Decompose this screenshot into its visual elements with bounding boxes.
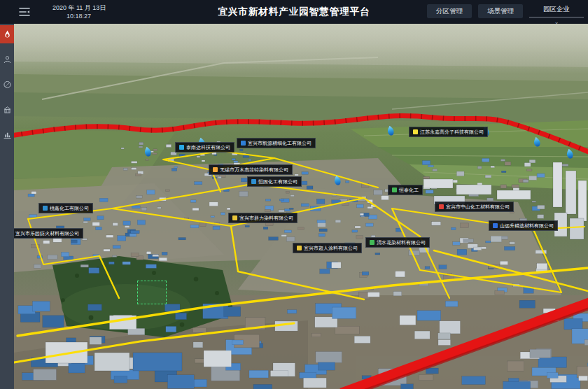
company-label-text: 恒泰化工 — [399, 188, 419, 192]
company-label-text: 桃鑫化工有限公司 — [50, 206, 89, 211]
company-icon — [392, 188, 397, 192]
sidebar-item-gauge[interactable] — [0, 76, 14, 94]
company-icon — [251, 179, 256, 184]
time-text: 10:18:27 — [52, 13, 106, 20]
company-icon — [213, 167, 218, 172]
app-root: 2020 年 11 月 13日 10:18:27 宜兴市新材料产业园智慧管理平台… — [0, 0, 588, 389]
sidebar-item-factory[interactable] — [0, 101, 14, 119]
company-label-text: 恒固化工有限公司 — [258, 179, 298, 184]
top-header: 2020 年 11 月 13日 10:18:27 宜兴市新材料产业园智慧管理平台… — [0, 0, 588, 24]
sidebar-item-stats[interactable] — [0, 126, 14, 144]
company-label[interactable]: 江苏永嘉高分子科技有限公司 — [409, 127, 488, 137]
datetime: 2020 年 11 月 13日 10:18:27 — [52, 4, 106, 20]
header-actions: 分区管理 场景管理 园区企业 ⌄ — [427, 4, 584, 25]
company-label-text: 江苏永嘉高分子科技有限公司 — [420, 129, 484, 134]
menu-button[interactable] — [18, 5, 31, 19]
company-label[interactable]: 桃鑫化工有限公司 — [38, 203, 93, 213]
company-label[interactable]: 泰南达科技有限公司 — [175, 142, 234, 153]
company-label[interactable]: 恒泰化工 — [388, 185, 423, 195]
sidebar-item-person[interactable] — [0, 50, 14, 69]
company-icon — [241, 141, 246, 146]
zone-management-button[interactable]: 分区管理 — [427, 4, 472, 18]
company-label-text: 宜兴市群力染料有限公司 — [239, 215, 293, 220]
company-icon — [413, 129, 418, 134]
scene-management-button[interactable]: 场景管理 — [478, 4, 523, 18]
company-label[interactable]: 无锡市万木惠菲特染料有限公司 — [209, 164, 293, 175]
menu-icon — [19, 7, 30, 17]
horizon-fog — [14, 24, 588, 74]
company-label[interactable]: 宜兴市中山化工材料有限公司 — [435, 201, 514, 212]
company-label-text: 泰南达科技有限公司 — [186, 145, 230, 150]
company-label[interactable]: 清水花染材料有限公司 — [365, 237, 430, 248]
company-label-text: 清水花染材料有限公司 — [377, 240, 426, 245]
company-label-text: 无锡市万木惠菲特染料有限公司 — [220, 167, 288, 172]
factory-icon — [3, 105, 12, 115]
park-enterprise-dropdown[interactable]: 园区企业 ⌄ — [529, 4, 584, 25]
sidebar-item-fire[interactable] — [0, 25, 14, 43]
company-label[interactable]: 宜兴市凯源精细化工有限公司 — [237, 138, 316, 148]
company-icon — [493, 223, 498, 228]
date-text: 2020 年 11 月 13日 — [52, 4, 106, 11]
page-title: 宜兴市新材料产业园智慧管理平台 — [218, 6, 370, 18]
company-label[interactable]: 宜兴市群力染料有限公司 — [228, 213, 298, 223]
company-label-text: 宜兴市超人涂料有限公司 — [304, 246, 358, 250]
company-label[interactable]: 山远升精选材料有限公司 — [489, 220, 558, 231]
bar-chart-icon — [3, 130, 12, 140]
company-icon — [439, 204, 444, 209]
gauge-icon — [3, 80, 12, 90]
chevron-down-icon: ⌄ — [529, 19, 584, 25]
company-label-text: 山远升精选材料有限公司 — [500, 223, 554, 228]
company-icon — [232, 215, 237, 220]
company-label-text: 宜兴市乐园防火材料有限公司 — [15, 231, 79, 236]
company-label[interactable]: 宜兴市乐园防火材料有限公司 — [14, 228, 83, 239]
company-icon — [370, 240, 374, 245]
flame-icon — [3, 29, 12, 39]
company-icon — [297, 246, 302, 250]
left-sidebar — [0, 24, 14, 389]
company-label-text: 宜兴市凯源精细化工有限公司 — [248, 141, 312, 146]
map-viewport[interactable]: 泰南达科技有限公司宜兴市凯源精细化工有限公司无锡市万木惠菲特染料有限公司恒固化工… — [14, 24, 588, 389]
company-icon — [43, 206, 48, 211]
company-label[interactable]: 宜兴市超人涂料有限公司 — [293, 243, 362, 253]
company-icon — [179, 145, 184, 150]
company-label[interactable]: 恒固化工有限公司 — [247, 176, 302, 187]
park-enterprise-dropdown-label: 园区企业 — [529, 5, 584, 17]
company-label-text: 宜兴市中山化工材料有限公司 — [446, 204, 510, 209]
person-icon — [3, 55, 12, 64]
